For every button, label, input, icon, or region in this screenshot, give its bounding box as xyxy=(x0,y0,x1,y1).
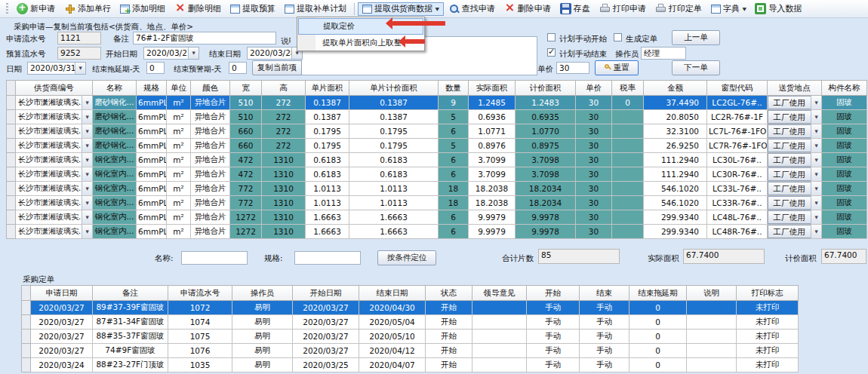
grid-cell[interactable]: m² xyxy=(167,96,191,110)
grid-cell[interactable]: 2020/03/25 xyxy=(293,358,359,372)
column-header[interactable]: 申请流水号 xyxy=(168,286,232,301)
grid-cell[interactable]: 18.2034 xyxy=(516,196,576,210)
cell-delivery-combobox[interactable]: 工厂使用▼ xyxy=(768,153,822,167)
grid-cell[interactable]: 111.2940 xyxy=(644,167,707,182)
grid-cell[interactable]: 37.4490 xyxy=(644,96,707,110)
reset-button[interactable]: 重置 xyxy=(595,60,639,75)
chevron-down-icon[interactable]: ▼ xyxy=(82,153,92,167)
toolbar-button-extract-budget[interactable]: 提取预算 xyxy=(226,2,280,16)
grid-cell[interactable]: 0.6183 xyxy=(306,167,349,182)
grid-cell[interactable]: 0.1387 xyxy=(306,110,349,124)
table-row[interactable]: 长沙市潇湘玻璃实...▼磨砂钢化...6mmPLE...m²异地合片660272… xyxy=(7,139,867,153)
grid-cell[interactable]: 30 xyxy=(576,139,612,153)
grid-cell[interactable]: 未打印 xyxy=(737,344,799,358)
grid-cell[interactable]: 546.1020 xyxy=(644,182,707,196)
grid-cell[interactable]: 固玻 xyxy=(822,225,867,239)
grid-cell[interactable] xyxy=(687,301,737,315)
grid-cell[interactable]: 6 xyxy=(439,167,469,182)
chevron-down-icon[interactable]: ▼ xyxy=(811,167,821,181)
chevron-down-icon[interactable]: ▼ xyxy=(82,210,92,224)
column-header[interactable]: 单片面积 xyxy=(306,81,349,96)
chevron-down-icon[interactable]: ▼ xyxy=(82,96,92,109)
grid-cell[interactable]: m² xyxy=(167,153,191,167)
grid-cell[interactable]: 未打印 xyxy=(737,301,799,315)
chevron-down-icon[interactable]: ▼ xyxy=(75,63,85,74)
grid-cell[interactable]: 钢化室内... xyxy=(93,182,137,196)
grid-cell[interactable]: 异地合片 xyxy=(191,167,230,182)
grid-cell[interactable]: 1310 xyxy=(262,167,306,182)
grid-cell[interactable]: 0.1387 xyxy=(349,110,439,124)
grid-cell[interactable]: 1075 xyxy=(168,330,232,344)
cell-delivery-combobox[interactable]: 工厂使用▼ xyxy=(768,225,822,239)
column-header[interactable]: 构件名称 xyxy=(822,81,867,96)
table-row[interactable]: 长沙市潇湘玻璃实...▼钢化室内...6mmPLE...m²异地合片772131… xyxy=(7,196,867,210)
grid-cell[interactable]: 272 xyxy=(262,124,306,139)
grid-cell[interactable]: m² xyxy=(167,167,191,182)
toolbar-button-delete-detail[interactable]: 删除明细 xyxy=(170,2,226,16)
grid-cell[interactable] xyxy=(612,167,644,182)
row-header[interactable] xyxy=(7,96,16,110)
column-header[interactable]: 领导意见 xyxy=(472,286,527,301)
grid-cell[interactable]: 6 xyxy=(439,210,469,225)
grid-cell[interactable] xyxy=(687,315,737,330)
chevron-down-icon[interactable]: ▼ xyxy=(811,96,821,109)
grid-cell[interactable]: 0 xyxy=(629,301,687,315)
grid-cell[interactable]: 3.7099 xyxy=(469,153,516,167)
grid-cell[interactable]: 1310 xyxy=(262,182,306,196)
grid-cell[interactable]: 0.1387 xyxy=(306,96,349,110)
grid-cell[interactable]: 472 xyxy=(230,167,262,182)
end-delay-field[interactable]: 0 xyxy=(146,62,165,74)
grid-cell[interactable]: 1.2485 xyxy=(469,96,516,110)
grid-cell[interactable]: 0 xyxy=(612,96,644,110)
grid-cell[interactable]: 钢化室内... xyxy=(93,196,137,210)
table-row[interactable]: 2020/03/2787#31-34F窗固玻1074易明2020/03/2720… xyxy=(22,315,799,330)
grid-cell[interactable]: 磨砂钢化... xyxy=(93,110,137,124)
grid-cell[interactable]: 1.6663 xyxy=(306,210,349,225)
grid-cell[interactable]: 2020/05/10 xyxy=(359,330,426,344)
cell-supplier-combobox[interactable]: 长沙市潇湘玻璃实...▼ xyxy=(16,96,93,110)
toolbar-button-print-request[interactable]: 打印申请 xyxy=(595,2,651,16)
chevron-down-icon[interactable]: ▼ xyxy=(82,182,92,195)
grid-cell[interactable]: 异地合片 xyxy=(191,96,230,110)
column-header[interactable]: 金额 xyxy=(644,81,707,96)
grid-cell[interactable]: 磨砂钢化... xyxy=(93,96,137,110)
grid-cell[interactable]: m² xyxy=(167,182,191,196)
grid-cell[interactable]: 0.6183 xyxy=(349,153,439,167)
unit-price-field[interactable]: 30 xyxy=(556,62,589,74)
grid-cell[interactable]: 2020/03/27 xyxy=(31,344,93,358)
grid-cell[interactable]: 0.8975 xyxy=(516,139,576,153)
column-header[interactable]: 申请日期 xyxy=(31,286,93,301)
grid-cell[interactable]: LC33L-76#.. xyxy=(707,182,768,196)
grid-cell[interactable]: 异地合片 xyxy=(191,182,230,196)
grid-cell[interactable] xyxy=(612,210,644,225)
grid-cell[interactable]: 开始 xyxy=(426,344,472,358)
column-header[interactable]: 送货地点 xyxy=(768,81,822,96)
grid-cell[interactable]: 0.1795 xyxy=(306,139,349,153)
grid-cell[interactable]: 2020/03/27 xyxy=(293,330,359,344)
grid-cell[interactable]: 固玻 xyxy=(822,124,867,139)
grid-cell[interactable]: 异地合片 xyxy=(191,124,230,139)
grid-cell[interactable]: 0.6183 xyxy=(306,153,349,167)
grid-cell[interactable]: 固玻 xyxy=(822,153,867,167)
grid-cell[interactable]: 1310 xyxy=(262,153,306,167)
column-header[interactable]: 数量 xyxy=(439,81,469,96)
grid-cell[interactable]: 易明 xyxy=(232,315,293,330)
table-row[interactable]: 长沙市潇湘玻璃实...▼钢化室内...6mmPLE...m²异地合片772131… xyxy=(7,182,867,196)
grid-cell[interactable]: 固玻 xyxy=(822,110,867,124)
grid-cell[interactable]: 30 xyxy=(576,96,612,110)
cell-supplier-combobox[interactable]: 长沙市潇湘玻璃实...▼ xyxy=(16,196,93,210)
grid-cell[interactable]: 开始 xyxy=(426,315,472,330)
row-header[interactable] xyxy=(22,344,31,358)
end-warn-field[interactable]: 0 xyxy=(229,62,247,74)
grid-cell[interactable]: 异地合片 xyxy=(191,196,230,210)
grid-cell[interactable]: 3.7099 xyxy=(469,167,516,182)
grid-cell[interactable]: 660 xyxy=(230,124,262,139)
grid-cell[interactable]: 3.7098 xyxy=(516,167,576,182)
grid-cell[interactable]: 2020/03/27 xyxy=(31,315,93,330)
column-header[interactable]: 备注 xyxy=(93,286,168,301)
grid-cell[interactable] xyxy=(472,358,527,372)
row-header[interactable] xyxy=(7,196,16,210)
grid-cell[interactable]: 手动 xyxy=(580,330,629,344)
grid-cell[interactable]: 钢化室内... xyxy=(93,167,137,182)
chevron-down-icon[interactable]: ▼ xyxy=(811,225,821,238)
